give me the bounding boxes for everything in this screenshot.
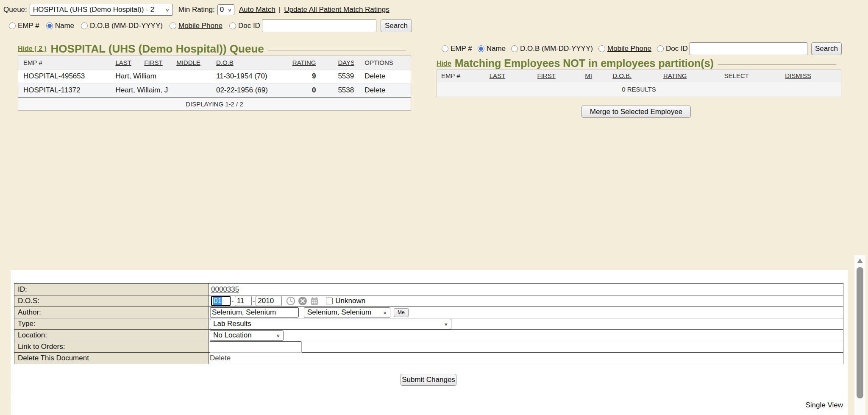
cell-name: Hart, William bbox=[111, 72, 211, 81]
min-rating-label: Min Rating: bbox=[178, 6, 215, 14]
radio-label-name-right[interactable]: Name bbox=[487, 45, 506, 53]
dos-month-input[interactable]: 01 bbox=[211, 296, 231, 306]
fieldset-line bbox=[718, 64, 836, 65]
author-select[interactable]: Selenium, Selenium ∨ bbox=[304, 307, 390, 318]
clock-icon[interactable] bbox=[286, 296, 295, 306]
col-header-options: OPTIONS bbox=[354, 59, 411, 66]
merge-button[interactable]: Merge to Selected Employee bbox=[581, 106, 691, 118]
author-input[interactable]: Selenium, Selenium bbox=[210, 307, 299, 318]
me-button[interactable]: Me bbox=[394, 308, 409, 317]
table-row: HOSPITAL-495653 Hart, William 11-30-1954… bbox=[18, 70, 411, 84]
col-header-first[interactable]: FIRST bbox=[535, 72, 583, 79]
scroll-up-arrow-icon[interactable] bbox=[857, 259, 863, 263]
radio-emp-left[interactable] bbox=[9, 22, 16, 29]
chevron-down-icon: ∨ bbox=[165, 7, 170, 12]
radio-docid-left[interactable] bbox=[229, 22, 236, 29]
radio-label-mobile-left[interactable]: Mobile Phone bbox=[178, 22, 223, 30]
single-view-link[interactable]: Single View bbox=[805, 401, 843, 409]
unknown-checkbox[interactable] bbox=[326, 298, 333, 304]
radio-dob-right[interactable] bbox=[511, 45, 518, 52]
id-label: ID: bbox=[14, 284, 209, 295]
type-select[interactable]: Lab Results ∨ bbox=[210, 319, 451, 329]
radio-docid-right[interactable] bbox=[657, 45, 664, 52]
link-orders-input[interactable] bbox=[210, 341, 301, 352]
calendar-icon[interactable] bbox=[310, 296, 319, 306]
cell-emp: HOSPITAL-495653 bbox=[18, 72, 111, 81]
col-header-dob[interactable]: D.O.B bbox=[211, 59, 275, 66]
search-button-right[interactable]: Search bbox=[811, 42, 842, 55]
document-form-table: ID: 0000335 D.O.S: 01 - 11 - 2010 bbox=[14, 283, 843, 364]
author-select-value: Selenium, Selenium bbox=[307, 308, 371, 317]
radio-label-docid-right[interactable]: Doc ID bbox=[666, 45, 688, 53]
form-row-id: ID: 0000335 bbox=[14, 284, 843, 295]
radio-label-emp-left[interactable]: EMP # bbox=[18, 22, 39, 30]
radio-label-dob-right[interactable]: D.O.B (MM-DD-YYYY) bbox=[520, 45, 593, 53]
radio-mobile-left[interactable] bbox=[170, 22, 176, 29]
cell-name: Heart, Willaim, J bbox=[111, 86, 211, 95]
chevron-down-icon: ∨ bbox=[276, 333, 280, 337]
match-legend: Hide Matching Employees NOT in employees… bbox=[437, 58, 841, 69]
search-input-left[interactable] bbox=[262, 19, 376, 32]
col-header-rating[interactable]: RATING bbox=[275, 59, 321, 66]
empty-results-row: 0 RESULTS bbox=[437, 81, 841, 97]
col-header-dismiss[interactable]: DISMISS bbox=[782, 72, 841, 79]
location-select[interactable]: No Location ∨ bbox=[210, 330, 284, 341]
hide-matches-link[interactable]: Hide bbox=[437, 60, 451, 67]
document-id-link[interactable]: 0000335 bbox=[211, 285, 239, 294]
radio-label-name-left[interactable]: Name bbox=[55, 22, 74, 30]
search-input-right[interactable] bbox=[690, 42, 807, 55]
min-rating-select[interactable]: 0 ∨ bbox=[217, 4, 234, 15]
delete-document-link[interactable]: Delete bbox=[210, 354, 231, 362]
queue-select[interactable]: HOSPITAL (UHS (Demo Hospital)) - 2 ∨ bbox=[30, 4, 173, 16]
radio-label-dob-left[interactable]: D.O.B (MM-DD-YYYY) bbox=[90, 22, 163, 30]
form-row-delete: Delete This Document Delete bbox=[14, 352, 843, 364]
cell-rating: 0 bbox=[275, 86, 321, 95]
dos-day-input[interactable]: 11 bbox=[235, 296, 252, 306]
radio-name-right[interactable] bbox=[478, 45, 484, 52]
delete-row-link[interactable]: Delete bbox=[354, 86, 411, 95]
col-header-last[interactable]: LAST bbox=[110, 59, 139, 66]
date-separator: - bbox=[231, 297, 234, 305]
radio-dob-left[interactable] bbox=[81, 22, 88, 29]
chevron-down-icon: ∨ bbox=[383, 310, 387, 315]
unknown-label[interactable]: Unknown bbox=[335, 297, 365, 305]
radio-label-mobile-right[interactable]: Mobile Phone bbox=[607, 45, 651, 53]
update-ratings-link[interactable]: Update All Patient Match Ratings bbox=[284, 6, 389, 14]
col-header-dob[interactable]: D.O.B. bbox=[610, 72, 661, 79]
footer-divider bbox=[11, 397, 848, 397]
form-row-location: Location: No Location ∨ bbox=[14, 329, 843, 341]
hide-queue-link[interactable]: Hide ( 2 ) bbox=[18, 45, 47, 53]
col-header-mi[interactable]: MI bbox=[582, 72, 610, 79]
delete-row-link[interactable]: Delete bbox=[354, 72, 411, 81]
queue-legend: Hide ( 2 ) HOSPITAL (UHS (Demo Hospital)… bbox=[18, 42, 411, 55]
radio-mobile-right[interactable] bbox=[598, 45, 605, 52]
type-select-value: Lab Results bbox=[213, 320, 251, 328]
submit-changes-button[interactable]: Submit Changes bbox=[401, 374, 456, 386]
col-header-days[interactable]: DAYS bbox=[321, 59, 354, 66]
search-button-left[interactable]: Search bbox=[381, 19, 412, 32]
cell-days: 5539 bbox=[321, 72, 354, 81]
cell-rating: 9 bbox=[275, 72, 321, 81]
scrollbar-thumb[interactable] bbox=[857, 267, 863, 398]
radio-name-left[interactable] bbox=[46, 22, 53, 29]
radio-label-emp-right[interactable]: EMP # bbox=[451, 45, 472, 53]
col-header-middle[interactable]: MIDDLE bbox=[171, 59, 211, 66]
clear-icon[interactable] bbox=[298, 296, 307, 306]
form-row-author: Author: Selenium, Selenium Selenium, Sel… bbox=[14, 306, 843, 318]
dos-year-input[interactable]: 2010 bbox=[256, 296, 282, 306]
vertical-scrollbar[interactable] bbox=[854, 255, 865, 415]
radio-label-docid-left[interactable]: Doc ID bbox=[238, 22, 260, 30]
queue-toolbar: Queue: HOSPITAL (UHS (Demo Hospital)) - … bbox=[3, 3, 389, 16]
cell-emp: HOSPITAL-11372 bbox=[18, 86, 111, 95]
cell-dob: 11-30-1954 (70) bbox=[211, 72, 275, 81]
radio-emp-right[interactable] bbox=[442, 45, 448, 52]
col-header-last[interactable]: LAST bbox=[487, 72, 535, 79]
col-header-first[interactable]: FIRST bbox=[139, 59, 171, 66]
min-rating-value: 0 bbox=[220, 6, 224, 14]
col-header-rating[interactable]: RATING bbox=[661, 72, 722, 79]
col-header-emp: EMP # bbox=[18, 59, 110, 66]
auto-match-link[interactable]: Auto Match bbox=[239, 6, 275, 14]
link-orders-label: Link to Orders: bbox=[14, 341, 209, 352]
queue-fieldset: Hide ( 2 ) HOSPITAL (UHS (Demo Hospital)… bbox=[18, 42, 411, 111]
match-table-header: EMP # LAST FIRST MI D.O.B. RATING SELECT… bbox=[437, 70, 841, 81]
